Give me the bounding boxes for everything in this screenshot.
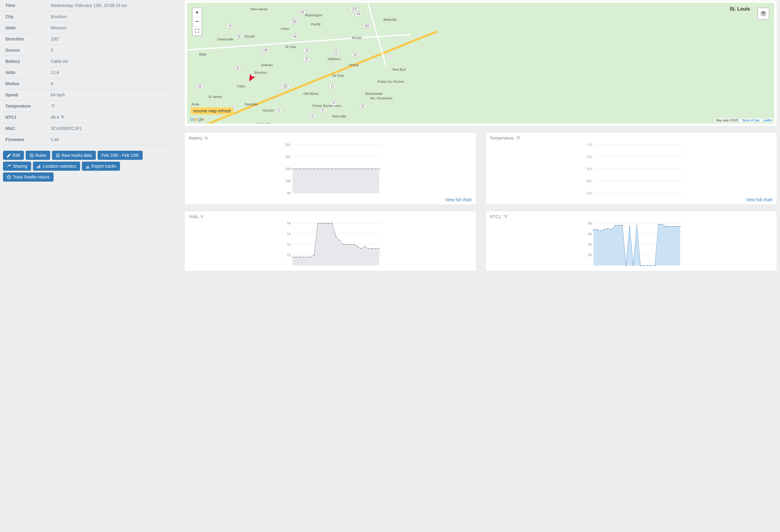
details-table: TimeWednesday, February 12th, 10:58:19 a… [3,0,172,145]
svg-text:0.0: 0.0 [587,167,591,171]
download-icon [86,164,90,168]
map-layers-button[interactable] [757,8,769,20]
svg-point-69 [343,244,344,245]
svg-text:30: 30 [588,243,591,246]
map-route-badge: 63 [196,84,203,89]
map[interactable]: St. Louis New HavenWashingtonUnionGerald… [187,3,774,123]
svg-point-27 [346,168,347,169]
temperature-full-chart-link[interactable]: View full chart [490,197,773,202]
sharing-button[interactable]: Sharing [3,162,31,171]
detail-label: Battery [3,56,48,67]
svg-text:20: 20 [588,253,591,257]
map-route-badge: 30 [303,48,310,53]
svg-point-77 [372,248,372,249]
location-stats-button[interactable]: Location statistics [33,162,80,171]
detail-label: City [3,11,48,22]
detail-row: NTC146.4 °F [3,112,172,123]
svg-point-28 [350,168,350,169]
map-city-label: Arnold [352,36,361,40]
map-city-label: Ste. Genevieve [370,96,393,100]
svg-point-106 [658,224,659,225]
svg-point-75 [364,246,365,247]
detail-value: Missouri [48,22,172,34]
svg-point-12 [292,168,293,169]
map-city-label: St Clair [285,45,296,49]
sharing-label: Sharing [13,164,27,169]
terms-link[interactable]: Terms of Use [742,119,760,122]
svg-point-111 [676,226,677,227]
svg-text:-1.0: -1.0 [586,191,591,195]
svg-point-23 [332,168,333,169]
map-city-st-louis: St. Louis [730,6,750,12]
detail-row: Speed64 mph [3,90,172,101]
svg-point-20 [321,168,322,169]
svg-text:-0.5: -0.5 [586,179,591,183]
temperature-chart[interactable]: -1.0-0.50.00.51.0 [490,142,773,196]
detail-value: 6 [48,78,172,90]
svg-point-88 [593,229,594,230]
svg-text:100: 100 [285,179,290,183]
raw-tracks-button[interactable]: Raw tracks data [52,151,96,160]
svg-point-16 [306,168,307,169]
map-city-label: Huzzah [262,108,274,112]
map-route-badge: 19 [226,24,233,29]
map-route-badge: 21 [332,51,339,56]
map-route-badge: 50 [235,35,242,39]
svg-point-55 [292,257,293,257]
resume-map-refresh-button[interactable]: resume map refresh [191,107,233,114]
svg-point-57 [299,257,300,257]
svg-point-35 [375,168,376,169]
pencil-icon [7,154,11,157]
map-route-badge: 47 [303,57,310,62]
svg-point-72 [353,244,354,245]
rules-button[interactable]: Rules [26,151,50,160]
date-range-button[interactable]: Feb 10th - Feb 12th [98,151,143,160]
detail-value: 3CA3080DC3F1 [48,123,172,134]
detail-label: Motion [3,78,48,90]
svg-point-66 [332,223,333,223]
volts-chart-title: Volts, V [189,214,472,219]
svg-point-31 [360,168,361,169]
ntc1-chart-title: NTC1, °F [490,214,773,219]
svg-point-92 [607,228,608,229]
map-city-label: Belleville [384,18,396,21]
battery-chart[interactable]: 99100100101101 [189,142,472,196]
export-tracks-button[interactable]: Export tracks [82,162,120,171]
detail-row: Source5 [3,45,172,56]
detail-value: 1.40 [48,134,172,145]
map-city-label: Washington [305,13,323,17]
map-city-label: Bourbon [254,71,267,74]
zoom-in-button[interactable]: + [193,8,202,17]
svg-point-71 [350,244,350,245]
svg-point-112 [680,226,681,227]
map-attribution: Map data ©2020 Terms of Use Leaflet [715,118,773,122]
svg-point-79 [379,248,380,249]
detail-row: BatteryCable Kit [3,56,172,67]
svg-text:13: 13 [287,243,291,246]
svg-point-103 [647,265,648,266]
svg-point-98 [629,226,630,227]
svg-point-68 [339,240,340,241]
svg-point-59 [306,257,307,257]
svg-point-33 [368,168,369,169]
volts-chart[interactable]: 13131414 [189,220,472,269]
rules-label: Rules [35,153,46,158]
svg-point-107 [662,224,663,225]
svg-point-32 [364,168,365,169]
svg-point-64 [325,223,326,223]
zoom-out-button[interactable]: − [193,17,202,26]
leaflet-link[interactable]: Leaflet [763,119,772,122]
battery-full-chart-link[interactable]: View full chart [189,197,472,202]
volts-chart-card: Volts, V 13131414 [184,211,476,271]
edit-button[interactable]: Edit [3,151,24,160]
map-city-label: Davisville [256,122,271,123]
detail-row: StateMissouri [3,22,172,34]
reefer-label: Track Reefer Hours [13,175,50,179]
date-label: Feb 10th - Feb 12th [102,153,139,158]
fullscreen-button[interactable]: ⛶ [193,26,202,35]
svg-point-105 [654,265,655,266]
svg-point-14 [299,168,300,169]
ntc1-chart[interactable]: 20304050 [490,220,773,269]
map-city-label: Potosi [312,104,322,108]
track-reefer-button[interactable]: Track Reefer Hours [3,172,53,181]
